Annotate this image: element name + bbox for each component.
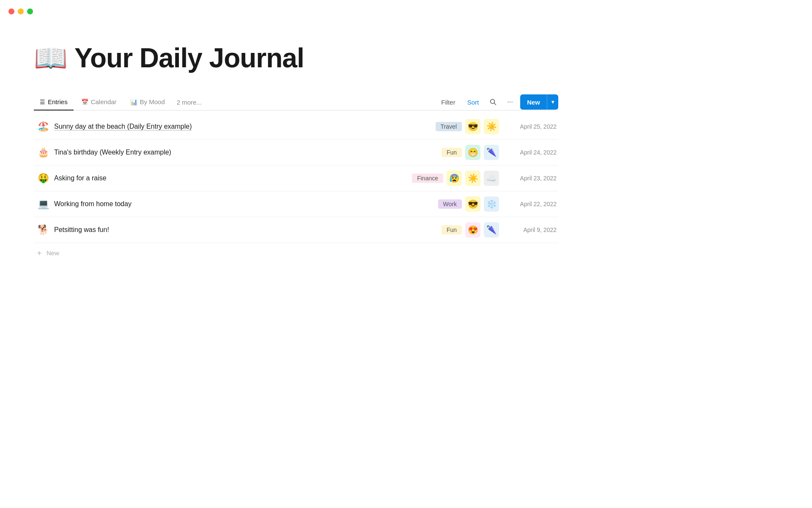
table-row[interactable]: 🎂 Tina's birthday (Weekly Entry example)…	[34, 140, 558, 166]
more-tabs[interactable]: 2 more...	[173, 94, 206, 110]
minimize-button[interactable]	[18, 8, 24, 14]
weather-emoji: 🌂	[484, 222, 499, 237]
tab-by-mood-label: By Mood	[140, 98, 165, 105]
entry-title: Working from home today	[51, 200, 438, 208]
entry-icon: 🎂	[36, 147, 51, 158]
entries-icon: ☰	[40, 99, 45, 105]
main-content: 📖 Your Daily Journal ☰ Entries 📅 Calenda…	[0, 0, 592, 288]
tab-calendar[interactable]: 📅 Calendar	[75, 94, 123, 110]
table-row[interactable]: 🤑 Asking for a raise Finance 😰 ☀️ ☁️ Apr…	[34, 166, 558, 191]
page-title-icon: 📖	[34, 44, 68, 72]
plus-icon: ＋	[36, 249, 43, 257]
mood-emoji: 😍	[465, 222, 480, 237]
entry-tags: Fun 😍 🌂	[442, 222, 499, 237]
tab-calendar-label: Calendar	[91, 98, 117, 105]
tab-group: ☰ Entries 📅 Calendar 📊 By Mood 2 more...	[34, 94, 437, 110]
new-row-label: New	[47, 249, 59, 257]
entry-tags: Fun 😁 🌂	[442, 145, 499, 160]
tab-entries[interactable]: ☰ Entries	[34, 94, 74, 110]
calendar-icon: 📅	[81, 99, 88, 105]
entry-icon: 💻	[36, 199, 51, 210]
entry-icon: 🤑	[36, 173, 51, 184]
entry-date: April 9, 2022	[506, 226, 557, 233]
search-icon	[490, 99, 497, 105]
sort-button[interactable]: Sort	[463, 95, 483, 109]
tag-fun[interactable]: Fun	[442, 225, 462, 235]
toolbar: ☰ Entries 📅 Calendar 📊 By Mood 2 more...…	[34, 94, 558, 110]
weather-emoji: ☀️	[484, 119, 499, 134]
entry-tags: Finance 😰 ☀️ ☁️	[412, 171, 499, 186]
tag-fun[interactable]: Fun	[442, 148, 462, 157]
tag-finance[interactable]: Finance	[412, 174, 443, 183]
filter-button[interactable]: Filter	[437, 95, 459, 109]
table-row[interactable]: 🏖️ Sunny day at the beach (Daily Entry e…	[34, 114, 558, 140]
entry-tags: Travel 😎 ☀️	[436, 119, 499, 134]
weather-emoji: ❄️	[484, 196, 499, 212]
mood-emoji: 😎	[465, 119, 480, 134]
add-new-row[interactable]: ＋ New	[34, 243, 558, 262]
svg-line-1	[494, 103, 496, 105]
ellipsis-icon: ···	[507, 98, 513, 106]
new-entry-button[interactable]: New ▾	[520, 94, 558, 110]
entry-date: April 23, 2022	[506, 175, 557, 182]
mood-emoji: 😁	[465, 145, 480, 160]
fullscreen-button[interactable]	[27, 8, 33, 14]
tab-by-mood[interactable]: 📊 By Mood	[124, 94, 171, 110]
table-row[interactable]: 🐕 Petsitting was fun! Fun 😍 🌂 April 9, 2…	[34, 217, 558, 243]
mood-icon: 📊	[130, 99, 137, 105]
entry-title: Asking for a raise	[51, 174, 412, 182]
entry-title: Sunny day at the beach (Daily Entry exam…	[51, 123, 436, 130]
entry-title: Tina's birthday (Weekly Entry example)	[51, 149, 442, 156]
entry-tags: Work 😎 ❄️	[438, 196, 499, 212]
toolbar-actions: Filter Sort ··· New ▾	[437, 94, 558, 110]
new-button-label: New	[520, 95, 547, 109]
page-title: Your Daily Journal	[74, 42, 304, 74]
page-header: 📖 Your Daily Journal	[34, 42, 558, 74]
search-button[interactable]	[486, 95, 500, 109]
tag-travel[interactable]: Travel	[436, 122, 462, 131]
entry-date: April 22, 2022	[506, 201, 557, 207]
tab-entries-label: Entries	[48, 98, 68, 105]
entry-title: Petsitting was fun!	[51, 226, 442, 234]
more-options-button[interactable]: ···	[503, 95, 517, 109]
entries-table: 🏖️ Sunny day at the beach (Daily Entry e…	[34, 114, 558, 262]
entry-icon: 🐕	[36, 224, 51, 235]
extra-emoji: ☁️	[484, 171, 499, 186]
traffic-lights	[8, 8, 33, 14]
entry-icon: 🏖️	[36, 121, 51, 132]
entry-date: April 25, 2022	[506, 123, 557, 130]
close-button[interactable]	[8, 8, 14, 14]
entry-date: April 24, 2022	[506, 149, 557, 156]
new-btn-dropdown-arrow[interactable]: ▾	[547, 96, 558, 108]
tag-work[interactable]: Work	[438, 199, 462, 209]
table-row[interactable]: 💻 Working from home today Work 😎 ❄️ Apri…	[34, 191, 558, 217]
mood-emoji: 😰	[447, 171, 462, 186]
weather-emoji: 🌂	[484, 145, 499, 160]
mood-emoji: 😎	[465, 196, 480, 212]
weather-emoji: ☀️	[465, 171, 480, 186]
